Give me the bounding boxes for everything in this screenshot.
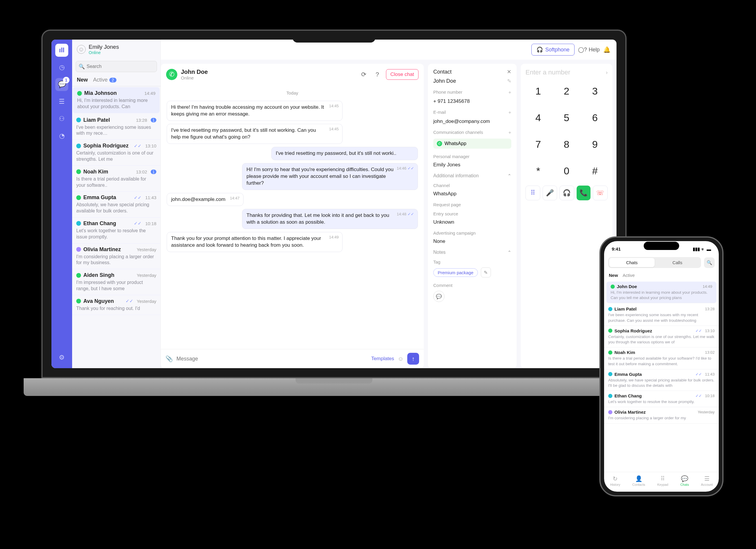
nav-chats-icon[interactable]: 💬1 bbox=[55, 78, 68, 91]
nav-chats[interactable]: 💬Chats bbox=[680, 475, 689, 486]
phone-chat-item[interactable]: Sophia Rodriguez✓✓13:10Certainly, custom… bbox=[604, 326, 719, 347]
phone-chat-item[interactable]: Liam Patel13:28I've been experiencing so… bbox=[604, 304, 719, 326]
headset-action-icon[interactable]: 🎧 bbox=[559, 186, 574, 200]
nav-clock-icon[interactable]: ◷ bbox=[55, 61, 68, 74]
nav-list-icon[interactable]: ☰ bbox=[55, 95, 68, 108]
mic-icon[interactable]: 🎤 bbox=[543, 186, 557, 200]
dial-key-7[interactable]: 7 bbox=[525, 134, 551, 155]
nav-contacts[interactable]: 👤Contacts bbox=[632, 475, 645, 486]
phone-screen: 9:41 ▮▮▮ᯤ▬ Chats Calls 🔍 New Active John… bbox=[604, 241, 719, 492]
chat-list[interactable]: Mia Johnson14:49Hi, I'm interested in le… bbox=[72, 86, 160, 368]
dial-key-6[interactable]: 6 bbox=[582, 107, 608, 128]
attach-icon[interactable]: 📎 bbox=[166, 355, 173, 362]
softphone-label: Softphone bbox=[545, 47, 570, 53]
dial-key-9[interactable]: 9 bbox=[582, 134, 608, 155]
edit-tag-icon[interactable]: ✎ bbox=[481, 267, 491, 277]
dial-key-#[interactable]: # bbox=[582, 160, 608, 181]
call-button[interactable]: 📞 bbox=[577, 186, 591, 200]
phone-item-preview: Absolutely, we have special pricing avai… bbox=[608, 378, 715, 388]
chat-item[interactable]: Liam Patel13:281I've been experiencing s… bbox=[72, 114, 160, 140]
add-email-icon[interactable]: + bbox=[508, 110, 511, 116]
message-time: 14:45 bbox=[329, 126, 339, 132]
chat-item[interactable]: Emma Gupta✓✓11:43Absolutely, we have spe… bbox=[72, 191, 160, 217]
message-out: Hi! I'm sorry to hear that you're experi… bbox=[242, 163, 418, 190]
search-input[interactable] bbox=[76, 61, 157, 72]
decline-button[interactable]: ☏ bbox=[593, 186, 608, 200]
tab-active[interactable]: Active2 bbox=[93, 77, 116, 83]
transfer-icon[interactable]: ⟳ bbox=[359, 69, 369, 79]
nav-history-icon[interactable]: ◔ bbox=[55, 129, 68, 142]
dial-key-0[interactable]: 0 bbox=[554, 160, 579, 181]
dialer-input-placeholder[interactable]: Enter a number bbox=[525, 69, 570, 76]
chat-item[interactable]: Ava Nguyen✓✓YesterdayThank you for reach… bbox=[72, 295, 160, 315]
dial-key-8[interactable]: 8 bbox=[554, 134, 579, 155]
phone-search-icon[interactable]: 🔍 bbox=[704, 257, 715, 268]
segment-control: Chats Calls bbox=[608, 257, 701, 268]
dial-key-*[interactable]: * bbox=[525, 160, 551, 181]
nav-history[interactable]: ↻History bbox=[610, 475, 620, 486]
conv-help-icon[interactable]: ? bbox=[372, 69, 382, 79]
notifications-icon[interactable]: 🔔 bbox=[603, 46, 611, 53]
message-time: 14:45 bbox=[329, 103, 339, 109]
channel-dot-icon bbox=[77, 91, 82, 96]
nav-label: Contacts bbox=[632, 483, 645, 486]
phone-chat-item[interactable]: John Doe14:49Hi, I'm interested in learn… bbox=[606, 282, 716, 303]
dialer-collapse-icon[interactable]: › bbox=[606, 69, 608, 76]
send-button[interactable]: ↑ bbox=[407, 353, 419, 365]
dialpad-icon[interactable]: ⠿ bbox=[525, 186, 540, 200]
dial-key-4[interactable]: 4 bbox=[525, 107, 551, 128]
phone-chat-item[interactable]: Emma Gupta✓✓11:43Absolutely, we have spe… bbox=[604, 369, 719, 391]
nav-account[interactable]: ☰Account bbox=[701, 475, 713, 486]
phone-tab-active[interactable]: Active bbox=[623, 273, 635, 278]
message-list[interactable]: Today Hi there! I'm having trouble acces… bbox=[161, 85, 424, 349]
phone-chat-item[interactable]: Ethan Chang✓✓10:18Let's work together to… bbox=[604, 391, 719, 407]
phone-chat-item[interactable]: Noah Kim13:02Is there a trial period ava… bbox=[604, 347, 719, 369]
add-phone-icon[interactable]: + bbox=[508, 90, 511, 95]
emoji-icon[interactable]: ☺ bbox=[398, 355, 404, 362]
add-comment-button[interactable]: 💬 bbox=[433, 291, 444, 302]
help-button[interactable]: ◯?Help bbox=[578, 46, 600, 53]
chat-item[interactable]: Noah Kim13:021Is there a trial period av… bbox=[72, 166, 160, 192]
collapse-notes-icon[interactable]: ⌃ bbox=[507, 250, 511, 255]
add-channel-icon[interactable]: + bbox=[508, 130, 511, 136]
message-out: Thanks for providing that. Let me look i… bbox=[242, 209, 418, 229]
chat-item-name: Mia Johnson bbox=[84, 90, 142, 96]
tab-new[interactable]: New bbox=[77, 77, 88, 83]
collapse-addl-icon[interactable]: ⌃ bbox=[507, 173, 511, 179]
phone-chat-item[interactable]: Olivia MartinezYesterdayI'm considering … bbox=[604, 407, 719, 423]
nav-label: History bbox=[610, 483, 620, 486]
nav-contacts-icon[interactable]: ⚇ bbox=[55, 112, 68, 125]
dial-key-3[interactable]: 3 bbox=[582, 80, 608, 102]
chat-item[interactable]: Ethan Chang✓✓10:18Let's work together to… bbox=[72, 217, 160, 243]
chat-item[interactable]: Olivia MartinezYesterdayI'm considering … bbox=[72, 243, 160, 269]
message-input[interactable] bbox=[176, 356, 368, 362]
segment-calls[interactable]: Calls bbox=[655, 258, 700, 267]
message-text: Thanks for providing that. Let me look i… bbox=[246, 212, 389, 225]
chat-item[interactable]: Mia Johnson14:49Hi, I'm interested in le… bbox=[73, 87, 160, 113]
templates-button[interactable]: Templates bbox=[371, 356, 394, 362]
phone-chat-list[interactable]: John Doe14:49Hi, I'm interested in learn… bbox=[604, 281, 719, 472]
softphone-button[interactable]: 🎧Softphone bbox=[531, 44, 575, 56]
dial-key-5[interactable]: 5 bbox=[554, 107, 579, 128]
dial-key-1[interactable]: 1 bbox=[525, 80, 551, 102]
phone-tab-new[interactable]: New bbox=[609, 273, 618, 278]
tag-chip[interactable]: Premium package bbox=[433, 268, 478, 277]
phone-item-time: 13:10 bbox=[705, 329, 715, 333]
chat-item-preview: Absolutely, we have special pricing avai… bbox=[76, 202, 156, 214]
edit-name-icon[interactable]: ✎ bbox=[507, 78, 511, 84]
segment-chats[interactable]: Chats bbox=[609, 258, 655, 267]
current-user-header: ☺ Emily Jones Online bbox=[72, 40, 160, 59]
chat-item-time: 13:02 bbox=[136, 169, 147, 174]
dial-key-2[interactable]: 2 bbox=[554, 80, 579, 102]
phone-item-preview: Certainly, customization is one of our s… bbox=[608, 334, 715, 345]
nav-settings-icon[interactable]: ⚙ bbox=[55, 351, 68, 364]
chat-item[interactable]: Aiden SinghYesterdayI'm impressed with y… bbox=[72, 269, 160, 295]
channel-chip[interactable]: ✆WhatsApp bbox=[433, 139, 511, 149]
close-contact-icon[interactable]: ✕ bbox=[507, 69, 511, 75]
help-label: Help bbox=[589, 47, 600, 53]
chat-item[interactable]: Sophia Rodriguez✓✓13:10Certainly, custom… bbox=[72, 140, 160, 166]
close-chat-button[interactable]: Close chat bbox=[386, 69, 418, 80]
nav-keypad[interactable]: ⠿Keypad bbox=[657, 475, 668, 486]
top-bar: 🎧Softphone ◯?Help 🔔 bbox=[161, 40, 617, 60]
channel-dot-icon bbox=[76, 118, 81, 122]
